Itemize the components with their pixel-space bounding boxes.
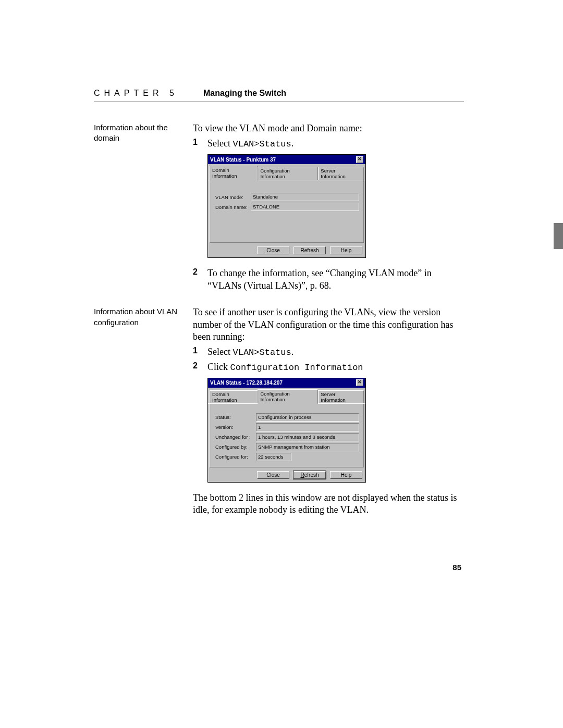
refresh-button[interactable]: Refresh bbox=[293, 471, 326, 479]
step-text-prefix: Select bbox=[207, 138, 232, 149]
intro-para-2: To see if another user is configuring th… bbox=[193, 306, 461, 343]
help-button[interactable]: Help bbox=[330, 471, 362, 479]
refresh-button[interactable]: Refresh bbox=[293, 246, 326, 254]
tab-panel: Status: Configuration in process Version… bbox=[210, 404, 364, 467]
step-number: 1 bbox=[193, 346, 207, 359]
field-configured-by: Configured by: SNMP management from stat… bbox=[215, 443, 359, 451]
field-value: Standalone bbox=[251, 193, 359, 201]
intro-para-1: To view the VLAN mode and Domain name: bbox=[193, 122, 461, 134]
step-2-2: 2 Click Configuration Information bbox=[193, 361, 461, 374]
dialog-title: VLAN Status - 172.28.184.207 bbox=[210, 380, 283, 386]
dialog2-wrap: VLAN Status - 172.28.184.207 ✕ Domain In… bbox=[207, 378, 461, 483]
help-button[interactable]: Help bbox=[330, 246, 362, 254]
tab-row: Domain Information Configuration Informa… bbox=[208, 164, 365, 180]
tab-domain-information[interactable]: Domain Information bbox=[210, 166, 258, 180]
section-vlan-config: Information about VLAN configuration To … bbox=[94, 306, 461, 519]
field-label: Domain name: bbox=[215, 204, 251, 210]
field-label: VLAN mode: bbox=[215, 194, 251, 200]
button-row: Close Refresh Help bbox=[208, 469, 365, 482]
step-number: 1 bbox=[193, 138, 207, 150]
field-value: 1 bbox=[256, 423, 359, 431]
step-1-2: 2 To change the information, see “Changi… bbox=[193, 267, 461, 292]
menu-path: VLAN>Status bbox=[232, 139, 291, 149]
tab-row: Domain Information Configuration Informa… bbox=[208, 388, 365, 404]
field-label: Unchanged for : bbox=[215, 434, 256, 440]
body-col-1: To view the VLAN mode and Domain name: 1… bbox=[193, 122, 461, 294]
close-icon[interactable]: ✕ bbox=[356, 379, 363, 386]
field-label: Status: bbox=[215, 414, 256, 420]
step-text-suffix: . bbox=[291, 347, 294, 357]
content-area: Information about the domain To view the… bbox=[94, 122, 461, 519]
spacer bbox=[94, 294, 461, 306]
step-number: 2 bbox=[193, 267, 207, 292]
body-col-2: To see if another user is configuring th… bbox=[193, 306, 461, 519]
thumb-tab bbox=[554, 223, 563, 249]
tab-domain-information[interactable]: Domain Information bbox=[210, 390, 258, 403]
chapter-title: Managing the Switch bbox=[203, 89, 286, 98]
btn-label-rest: efresh bbox=[304, 472, 319, 478]
step-number: 2 bbox=[193, 361, 207, 374]
field-unchanged-for: Unchanged for : 1 hours, 13 minutes and … bbox=[215, 433, 359, 441]
field-domain-name: Domain name: STDALONE bbox=[215, 203, 359, 211]
header-rule bbox=[94, 102, 464, 102]
field-value: 22 seconds bbox=[256, 453, 291, 461]
step-1-1: 1 Select VLAN>Status. bbox=[193, 138, 461, 150]
tab-name-mono: Configuration Information bbox=[230, 363, 363, 373]
tab-server-information[interactable]: Server Information bbox=[318, 390, 364, 403]
field-value: 1 hours, 13 minutes and 8 seconds bbox=[256, 433, 359, 441]
field-label: Configured by: bbox=[215, 444, 256, 450]
step-text: Select VLAN>Status. bbox=[207, 138, 461, 150]
page: CHAPTER 5 Managing the Switch Informatio… bbox=[0, 0, 563, 728]
field-label: Configured for: bbox=[215, 454, 256, 460]
titlebar: VLAN Status - Punktum 37 ✕ bbox=[208, 155, 365, 164]
vlan-status-dialog-2: VLAN Status - 172.28.184.207 ✕ Domain In… bbox=[207, 378, 366, 483]
step-text-suffix: . bbox=[291, 138, 294, 149]
tab-panel: VLAN mode: Standalone Domain name: STDAL… bbox=[210, 180, 364, 243]
step-text: Select VLAN>Status. bbox=[207, 346, 461, 359]
section-domain-info: Information about the domain To view the… bbox=[94, 122, 461, 294]
dialog-title: VLAN Status - Punktum 37 bbox=[210, 157, 276, 163]
field-value: SNMP management from station 172.28.171.… bbox=[256, 443, 359, 451]
step-text-prefix: Click bbox=[207, 362, 230, 372]
btn-label-rest: lose bbox=[270, 248, 279, 253]
step-text: To change the information, see “Changing… bbox=[207, 267, 461, 292]
close-button[interactable]: Close bbox=[257, 471, 289, 479]
field-version: Version: 1 bbox=[215, 423, 359, 431]
field-value: Configuration in process bbox=[256, 413, 359, 422]
field-status: Status: Configuration in process bbox=[215, 413, 359, 422]
field-vlan-mode: VLAN mode: Standalone bbox=[215, 193, 359, 201]
dialog1-wrap: VLAN Status - Punktum 37 ✕ Domain Inform… bbox=[207, 154, 461, 258]
margin-note-vlan-config: Information about VLAN configuration bbox=[94, 306, 193, 519]
margin-note-domain: Information about the domain bbox=[94, 122, 193, 294]
menu-path: VLAN>Status bbox=[232, 348, 291, 357]
titlebar: VLAN Status - 172.28.184.207 ✕ bbox=[208, 378, 365, 388]
tab-server-information[interactable]: Server Information bbox=[318, 167, 364, 180]
close-icon[interactable]: ✕ bbox=[356, 156, 363, 163]
tab-configuration-information[interactable]: Configuration Information bbox=[258, 167, 318, 180]
field-configured-for: Configured for: 22 seconds bbox=[215, 453, 359, 461]
chapter-label: CHAPTER 5 bbox=[94, 89, 178, 98]
field-label: Version: bbox=[215, 424, 256, 430]
step-text: Click Configuration Information bbox=[207, 361, 461, 374]
page-number: 85 bbox=[452, 563, 461, 572]
step-text-prefix: Select bbox=[207, 347, 232, 357]
trailing-para: The bottom 2 lines in this window are no… bbox=[193, 492, 461, 516]
field-value: STDALONE bbox=[251, 203, 359, 211]
button-row: Close Refresh Help bbox=[208, 244, 365, 257]
vlan-status-dialog-1: VLAN Status - Punktum 37 ✕ Domain Inform… bbox=[207, 154, 366, 258]
step-2-1: 1 Select VLAN>Status. bbox=[193, 346, 461, 359]
tab-configuration-information[interactable]: Configuration Information bbox=[258, 389, 318, 404]
close-button[interactable]: Close bbox=[257, 246, 289, 254]
